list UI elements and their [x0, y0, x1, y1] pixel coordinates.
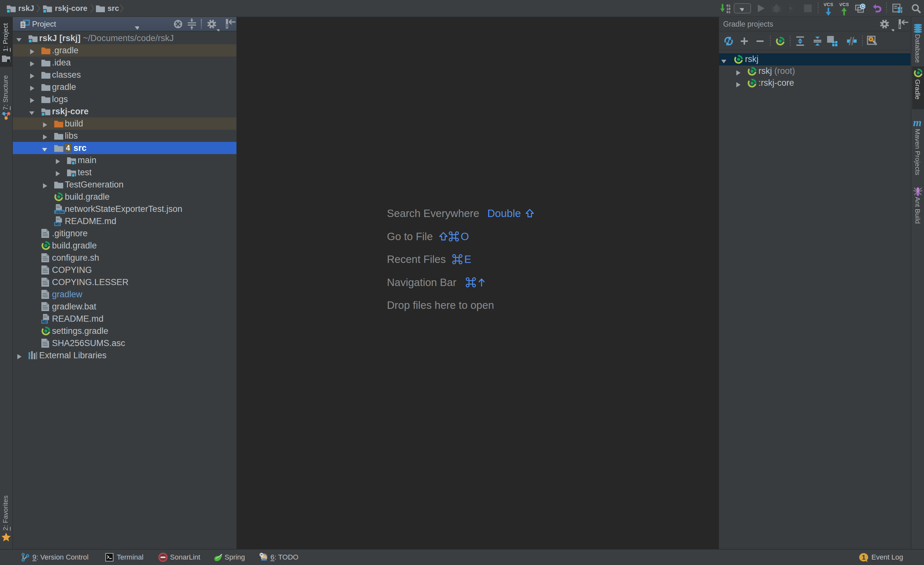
svg-text:MD: MD — [42, 320, 47, 324]
svg-text:VCS: VCS — [840, 2, 849, 7]
svg-text:VCS: VCS — [824, 2, 833, 7]
svg-text:1: 1 — [862, 554, 865, 561]
svg-text:01: 01 — [726, 10, 731, 14]
svg-text:JSON: JSON — [56, 210, 64, 214]
svg-text:MD: MD — [55, 222, 60, 226]
